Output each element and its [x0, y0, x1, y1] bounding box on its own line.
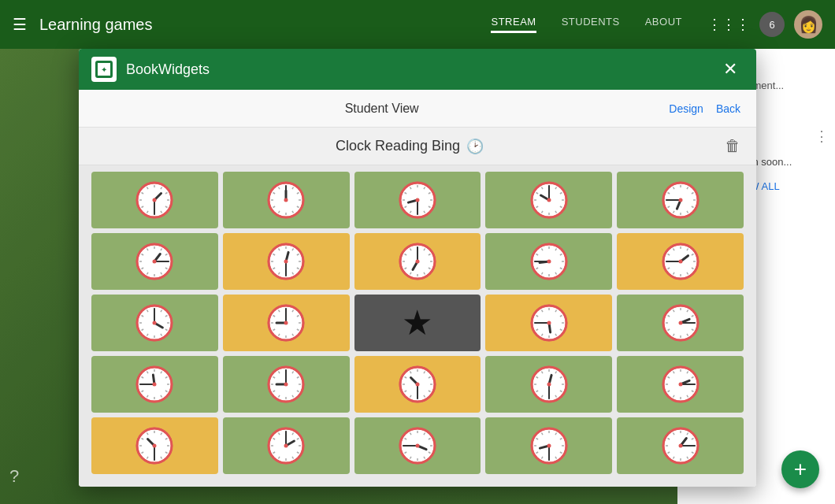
bingo-cell[interactable] — [485, 172, 612, 228]
bingo-cell[interactable] — [617, 295, 744, 351]
bingo-cell[interactable] — [223, 356, 350, 413]
grid-icon[interactable]: ⋮⋮⋮ — [707, 16, 750, 33]
top-bar-right: ⋮⋮⋮ 6 👩 — [707, 10, 822, 39]
svg-point-358 — [153, 444, 157, 448]
nav-stream[interactable]: STREAM — [491, 16, 536, 33]
svg-point-286 — [284, 383, 288, 387]
top-bar: ☰ Learning games STREAM STUDENTS ABOUT ⋮… — [0, 0, 835, 49]
nav-about[interactable]: ABOUT — [645, 16, 682, 33]
svg-point-250 — [678, 321, 682, 325]
bingo-cell[interactable] — [617, 172, 744, 228]
bingo-cell[interactable]: ★ — [354, 295, 481, 351]
bingo-cell[interactable] — [223, 417, 350, 474]
svg-point-142 — [415, 260, 419, 264]
svg-point-214 — [284, 321, 288, 325]
student-view-label: Student View — [95, 102, 669, 116]
design-link[interactable]: Design — [669, 102, 703, 115]
bingo-cell[interactable] — [354, 417, 481, 474]
svg-point-88 — [678, 198, 682, 202]
svg-point-34 — [284, 198, 288, 202]
bingo-cell[interactable] — [485, 233, 612, 290]
widget-title: Clock Reading Bing — [336, 138, 460, 154]
trash-icon[interactable]: 🗑 — [725, 137, 740, 155]
bingo-cell[interactable] — [91, 295, 218, 351]
svg-point-232 — [547, 321, 551, 325]
svg-point-394 — [415, 444, 419, 448]
modal-close-button[interactable]: ✕ — [717, 56, 744, 83]
svg-point-430 — [678, 444, 682, 448]
svg-point-376 — [284, 444, 288, 448]
notification-badge[interactable]: 6 — [759, 12, 785, 37]
nav-links: STREAM STUDENTS ABOUT — [491, 16, 682, 33]
modal-header: ✦ BookWidgets ✕ — [79, 49, 756, 90]
svg-point-124 — [284, 260, 288, 264]
bingo-cell[interactable] — [91, 356, 218, 413]
svg-point-268 — [153, 383, 157, 387]
bingo-cell[interactable] — [485, 295, 612, 351]
bingo-cell[interactable] — [91, 233, 218, 290]
bingo-container: ★ — [79, 165, 756, 487]
bingo-cell[interactable] — [91, 172, 218, 228]
svg-point-70 — [547, 198, 551, 202]
bingo-cell[interactable] — [354, 233, 481, 290]
svg-point-340 — [678, 383, 682, 387]
bingo-cell[interactable] — [485, 356, 612, 413]
widget-title-icon: 🕑 — [466, 138, 484, 155]
bw-logo-icon: ✦ — [101, 65, 107, 74]
widget-title-area: Clock Reading Bing 🕑 🗑 — [79, 128, 756, 165]
svg-point-196 — [153, 321, 157, 325]
svg-point-16 — [153, 198, 157, 202]
nav-students[interactable]: STUDENTS — [562, 16, 620, 33]
bingo-cell[interactable] — [617, 233, 744, 290]
modal: ✦ BookWidgets ✕ Student View Design Back… — [79, 49, 756, 487]
app-title: Learning games — [39, 16, 152, 34]
bingo-cell[interactable] — [223, 233, 350, 290]
bingo-cell[interactable] — [354, 356, 481, 413]
bingo-cell[interactable] — [354, 172, 481, 228]
modal-brand-title: BookWidgets — [126, 61, 717, 78]
bingo-cell[interactable] — [617, 356, 744, 413]
bingo-cell[interactable] — [223, 295, 350, 351]
bookwidgets-logo: ✦ — [91, 57, 117, 82]
svg-point-160 — [547, 260, 551, 264]
avatar[interactable]: 👩 — [794, 10, 822, 39]
menu-icon[interactable]: ☰ — [13, 15, 27, 34]
bingo-cell[interactable] — [485, 417, 612, 474]
modal-overlay: ✦ BookWidgets ✕ Student View Design Back… — [0, 49, 835, 504]
svg-point-412 — [547, 444, 551, 448]
svg-point-52 — [415, 198, 419, 202]
bingo-cell[interactable] — [91, 417, 218, 474]
svg-point-304 — [415, 383, 419, 387]
svg-point-106 — [153, 260, 157, 264]
back-link[interactable]: Back — [716, 102, 740, 115]
bingo-cell[interactable] — [223, 172, 350, 228]
subheader-links: Design Back — [669, 102, 740, 115]
modal-subheader: Student View Design Back — [79, 90, 756, 128]
bingo-star-icon: ★ — [402, 306, 432, 340]
svg-point-178 — [678, 260, 682, 264]
svg-point-322 — [547, 383, 551, 387]
bingo-grid: ★ — [91, 172, 744, 474]
bingo-cell[interactable] — [617, 417, 744, 474]
